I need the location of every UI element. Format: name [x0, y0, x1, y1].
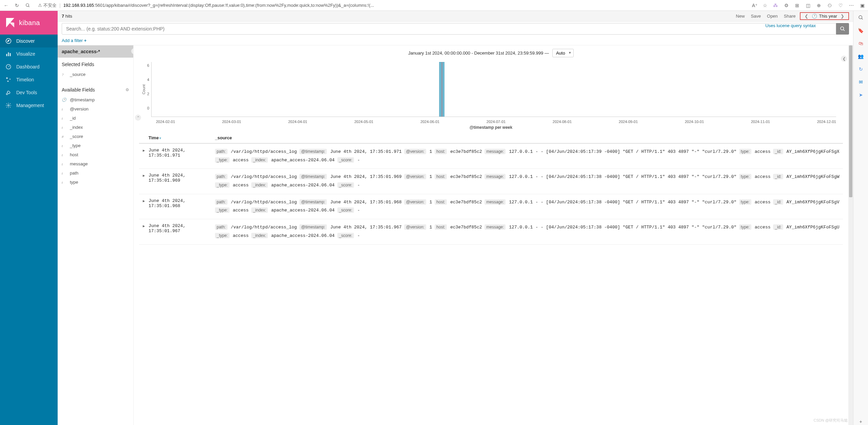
refresh-button[interactable]: ↻ — [14, 2, 20, 9]
time-next-icon[interactable]: ❯ — [839, 14, 846, 19]
field-id[interactable]: t_id — [62, 114, 129, 123]
field-type[interactable]: t_type — [62, 141, 129, 150]
field-version[interactable]: t@version — [62, 104, 129, 114]
field-source[interactable]: ?_source — [62, 70, 129, 79]
back-button[interactable]: ← — [3, 2, 9, 9]
rail-search-icon[interactable] — [857, 14, 864, 21]
open-button[interactable]: Open — [767, 14, 778, 19]
field-key: _id: — [773, 199, 783, 205]
field-key: _index: — [251, 182, 268, 188]
address-bar[interactable]: ⚠ 不安全 | 192.168.93.165:5601/app/kibana#/… — [35, 2, 748, 8]
field-key: path: — [215, 199, 228, 205]
url-host: 192.168.93.165 — [63, 3, 94, 8]
field-key: @version: — [404, 224, 426, 230]
extension-split-icon[interactable]: ◫ — [805, 2, 811, 8]
scrollbar-thumb[interactable] — [849, 45, 852, 197]
row-time: June 4th 2024, 17:35:01.967 — [149, 223, 215, 240]
extension-brain-icon[interactable]: ⁂ — [772, 2, 778, 8]
new-button[interactable]: New — [736, 14, 745, 19]
field-name: message — [70, 161, 88, 166]
rail-refresh-icon[interactable]: ↻ — [857, 66, 864, 73]
index-pattern-selector[interactable]: apache_access-* ❮ — [58, 45, 133, 58]
time-picker[interactable]: ❮ 🕐 This year ❯ — [800, 12, 849, 20]
interval-select[interactable]: Auto — [552, 49, 574, 57]
extension-heart-icon[interactable]: ♡ — [837, 2, 844, 8]
kibana-logo[interactable]: kibana — [0, 11, 58, 35]
time-prev-icon[interactable]: ❮ — [803, 14, 810, 19]
extension-collections-icon[interactable]: ⊕ — [816, 2, 822, 8]
expand-row-icon[interactable]: ▸ — [139, 198, 149, 215]
gauge-icon — [5, 64, 12, 70]
extension-settings-icon[interactable]: ⚙ — [783, 2, 789, 8]
nav-item-management[interactable]: Management — [0, 99, 58, 112]
expand-row-icon[interactable]: ▸ — [139, 223, 149, 240]
field-path[interactable]: tpath — [62, 168, 129, 178]
filter-bar: Add a filter + — [58, 36, 853, 45]
search-button[interactable] — [836, 23, 849, 35]
field-key: _score: — [337, 233, 354, 238]
table-row: ▸ June 4th 2024, 17:35:01.967 path: /var… — [139, 219, 843, 244]
reader-mode-icon[interactable]: A⁺ — [752, 3, 757, 8]
nav-item-dashboard[interactable]: Dashboard — [0, 60, 58, 73]
rail-add-icon[interactable]: + — [857, 418, 864, 425]
field-host[interactable]: thost — [62, 150, 129, 159]
field-key: @timestamp: — [299, 224, 327, 230]
field-key: path: — [215, 149, 228, 154]
search-input[interactable] — [62, 23, 836, 35]
chart-bar[interactable] — [439, 62, 445, 117]
more-icon[interactable]: ⋯ — [848, 2, 854, 8]
table-row: ▸ June 4th 2024, 17:35:01.969 path: /var… — [139, 169, 843, 194]
collapse-fields-icon[interactable]: ❮ — [131, 48, 134, 54]
share-button[interactable]: Share — [784, 14, 796, 19]
field-key: _score: — [337, 157, 354, 163]
nav-item-timelion[interactable]: Timelion — [0, 73, 58, 86]
field-type-icon: t — [62, 171, 66, 175]
rail-outlook-icon[interactable]: ✉ — [857, 79, 864, 85]
results-panel: January 1st 2024, 00:00:00.000 - Decembe… — [134, 45, 848, 425]
source-column-header[interactable]: _source — [215, 135, 232, 140]
search-bar: Uses lucene query syntax — [58, 22, 853, 36]
field-score[interactable]: #_score — [62, 132, 129, 141]
browser-search-button[interactable] — [24, 2, 31, 9]
nav-item-discover[interactable]: Discover — [0, 35, 58, 47]
compass-icon — [5, 38, 12, 44]
nav-label: Timelion — [16, 77, 34, 82]
rail-send-icon[interactable]: ➤ — [857, 92, 864, 98]
field-settings-icon[interactable]: ⚙ — [125, 87, 129, 92]
svg-line-1 — [28, 6, 29, 7]
available-fields-title: Available Fields — [62, 87, 95, 93]
scrollbar[interactable] — [848, 45, 853, 425]
expand-row-icon[interactable]: ▸ — [139, 148, 149, 164]
field-name: @timestamp — [70, 97, 95, 102]
histogram-chart[interactable]: Count 6420 — [139, 61, 843, 118]
rail-shopping-icon[interactable]: 🛍 — [857, 40, 864, 47]
nav-item-visualize[interactable]: Visualize — [0, 47, 58, 60]
field-type-icon: t — [62, 162, 66, 166]
rail-tag-icon[interactable]: 🔖 — [857, 27, 864, 34]
favorite-icon[interactable]: ☆ — [762, 2, 768, 9]
field-type[interactable]: ttype — [62, 178, 129, 187]
sidebar-toggle-icon[interactable]: ▣ — [859, 2, 865, 8]
field-message[interactable]: tmessage — [62, 159, 129, 168]
save-button[interactable]: Save — [751, 14, 761, 19]
lucene-hint-link[interactable]: Uses lucene query syntax — [765, 23, 816, 28]
rail-people-icon[interactable]: 👥 — [857, 53, 864, 60]
expand-chart-icon[interactable]: ⌃ — [135, 115, 141, 121]
field-index[interactable]: t_index — [62, 123, 129, 132]
field-key: type: — [739, 199, 751, 205]
field-key: @version: — [404, 149, 426, 154]
extension-performance-icon[interactable]: ⏲ — [827, 2, 833, 8]
time-column-header[interactable]: Time▾ — [149, 135, 215, 140]
extension-puzzle-icon[interactable]: ⊞ — [794, 2, 800, 8]
nav-item-dev-tools[interactable]: Dev Tools — [0, 86, 58, 99]
row-source: path: /var/log/httpd/access_log @timesta… — [215, 198, 843, 215]
field-timestamp[interactable]: 🕐@timestamp — [62, 95, 129, 104]
add-filter-button[interactable]: Add a filter + — [62, 38, 86, 43]
time-range-text: January 1st 2024, 00:00:00.000 - Decembe… — [408, 50, 549, 56]
svg-point-12 — [841, 27, 844, 30]
expand-row-icon[interactable]: ▸ — [139, 173, 149, 189]
security-indicator: ⚠ 不安全 — [38, 2, 57, 8]
svg-line-13 — [843, 29, 845, 31]
selected-fields-title: Selected Fields — [62, 62, 129, 67]
field-key: host: — [435, 199, 447, 205]
